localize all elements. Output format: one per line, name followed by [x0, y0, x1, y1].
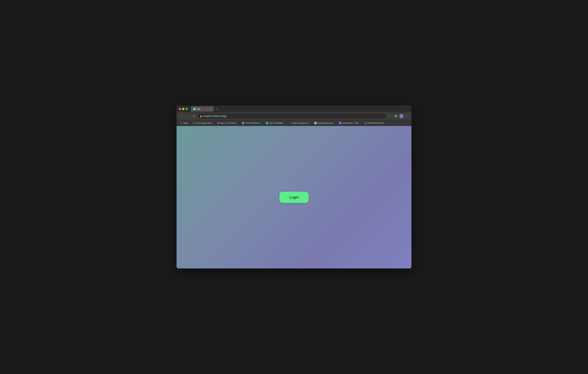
bookmark-favicon-a-thorough: A — [192, 122, 195, 124]
menu-button[interactable]: ⋮ — [404, 114, 410, 119]
bookmark-star-button[interactable]: ☆ — [387, 114, 392, 119]
bookmark-item-fogus[interactable]: fogus: 10 Technic... — [216, 121, 240, 125]
nav-bar: ← → ↻ 🔒 localhost:7000/v1/login ☆ 🧩 ⋮ — [177, 112, 411, 120]
bookmark-favicon-architecture: 🌐 — [242, 122, 244, 124]
bookmark-favicon-donnemartin — [314, 122, 317, 124]
back-button[interactable]: ← — [178, 114, 184, 119]
bookmark-item-high-scalability[interactable]: High Scalability - — [264, 121, 286, 125]
address-bar[interactable]: 🔒 localhost:7000/v1/login — [198, 114, 386, 119]
bookmark-item-donnemartin[interactable]: donnemartin/syst... — [313, 121, 337, 125]
bookmark-label-architecture-archi: Architecture Archi... — [368, 122, 386, 124]
bookmark-label-architecture: The Architecture... — [245, 122, 262, 124]
extensions-icon: 🧩 — [394, 115, 398, 118]
bookmark-item-introduction-elix[interactable]: Introduction - Elixi... — [337, 121, 362, 125]
browser-window: ette ette × + ← → ↻ 🔒 localhost:7000/v1/… — [177, 106, 411, 268]
more-bookmarks-button[interactable]: » — [388, 121, 392, 125]
bookmark-favicon-system-design: ● — [288, 122, 291, 124]
bookmark-label-donnemartin: donnemartin/syst... — [317, 122, 335, 124]
extensions-button[interactable]: 🧩 — [393, 114, 399, 119]
bookmark-label-high-scalability: High Scalability - — [269, 122, 284, 124]
bookmark-label-introduction-elix: Introduction - Elixi... — [342, 122, 360, 124]
bookmark-item-architecture[interactable]: 🌐 The Architecture... — [240, 121, 263, 125]
tab-favicon: ette — [193, 108, 196, 110]
close-window-button[interactable] — [179, 108, 181, 110]
bookmark-favicon-fogus — [218, 122, 219, 124]
bookmark-label-a-thorough: A Thorough Introd... — [195, 122, 214, 124]
bookmark-favicon-architecture-archi — [364, 122, 367, 124]
bookmark-favicon-high-scalability — [266, 122, 268, 124]
maximize-window-button[interactable] — [186, 108, 188, 110]
bookmark-label-fogus: fogus: 10 Technic... — [220, 122, 238, 124]
tab-title: ette — [197, 108, 208, 110]
bookmark-favicon-introduction-elix — [339, 122, 341, 124]
tabs-bar: ette ette × + — [191, 106, 409, 112]
title-bar: ette ette × + — [177, 106, 411, 112]
bookmark-label-apps: Apps — [183, 122, 188, 124]
avatar[interactable] — [399, 114, 403, 118]
lock-icon: 🔒 — [200, 115, 202, 118]
tab-close-button[interactable]: × — [209, 108, 211, 110]
active-tab[interactable]: ette ette × — [191, 106, 214, 112]
traffic-lights — [179, 108, 188, 110]
new-tab-button[interactable]: + — [214, 106, 220, 112]
minimize-window-button[interactable] — [182, 108, 185, 110]
bookmark-label-system-design: System Design Ch... — [292, 122, 310, 124]
bookmark-item-a-thorough[interactable]: A A Thorough Introd... — [190, 121, 215, 125]
forward-button[interactable]: → — [185, 114, 190, 119]
nav-actions: ☆ 🧩 ⋮ — [387, 114, 410, 119]
bookmark-item-system-design[interactable]: ● System Design Ch... — [287, 121, 312, 125]
apps-grid-icon: ⊞ — [180, 122, 183, 124]
reload-button[interactable]: ↻ — [191, 114, 197, 119]
url-text: localhost:7000/v1/login — [203, 115, 384, 118]
login-button[interactable]: Login — [279, 192, 309, 203]
bookmark-item-architecture-archi[interactable]: Architecture Archi... — [363, 121, 387, 125]
bookmarks-bar: ⊞ Apps A A Thorough Introd... fogus: 10 … — [177, 120, 411, 126]
bookmark-item-apps[interactable]: ⊞ Apps — [178, 121, 190, 125]
main-content: Login — [177, 126, 411, 268]
